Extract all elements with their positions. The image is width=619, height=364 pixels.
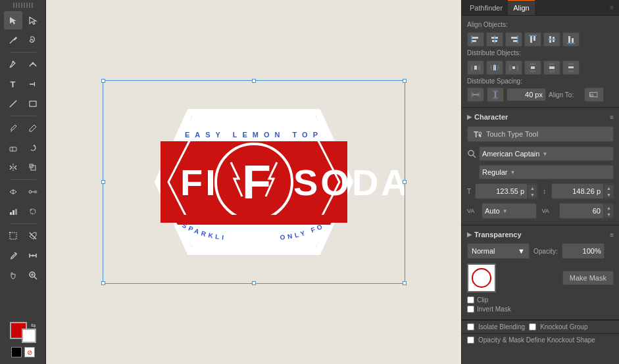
pencil-tool[interactable]: [24, 119, 42, 137]
dist-left-btn[interactable]: [467, 60, 484, 75]
paintbrush-tool[interactable]: [4, 119, 22, 137]
dist-spacing-v-btn[interactable]: [487, 87, 504, 102]
select-tool[interactable]: [4, 11, 22, 30]
direct-select-tool[interactable]: [24, 11, 42, 30]
zoom-tool[interactable]: [24, 266, 42, 284]
invert-mask-checkbox[interactable]: [467, 306, 474, 313]
selection-handle-br[interactable]: [403, 281, 407, 285]
mask-circle: [472, 268, 491, 288]
dist-right-btn[interactable]: [505, 60, 522, 75]
kerning-dropdown[interactable]: Auto ▼: [482, 204, 536, 218]
badge-svg: FIZZ SODA F EASY LEMON TOP SPARKLING ORA…: [103, 83, 405, 281]
svg-rect-68: [478, 65, 480, 70]
dist-bottom-btn[interactable]: [562, 60, 580, 75]
none-fill-icon[interactable]: [11, 347, 22, 357]
mask-options: Clip Invert Mask: [462, 295, 619, 315]
svg-rect-4: [30, 101, 36, 106]
selection-handle-bc[interactable]: [252, 281, 256, 285]
rotate-tool[interactable]: [24, 139, 42, 157]
align-to-dropdown[interactable]: ⊟: [584, 87, 604, 102]
leading-input[interactable]: [552, 184, 603, 198]
leading-down[interactable]: ▼: [604, 191, 613, 198]
svg-rect-66: [471, 65, 473, 70]
tracking-down[interactable]: ▼: [604, 211, 613, 217]
touch-type-tool-btn[interactable]: T Touch Type Tool: [467, 126, 614, 142]
tab-pathfinder[interactable]: Pathfinder: [464, 0, 508, 15]
tracking-up[interactable]: ▲: [604, 204, 613, 211]
spacing-value-input[interactable]: 40 px: [507, 88, 546, 101]
tab-align[interactable]: Align: [508, 0, 534, 15]
align-center-v-btn[interactable]: [543, 32, 560, 47]
align-top-btn[interactable]: [524, 32, 541, 47]
reflect-tool[interactable]: [4, 158, 22, 177]
eraser-tool[interactable]: [4, 139, 22, 157]
svg-rect-73: [509, 65, 511, 70]
leading-up[interactable]: ▲: [604, 185, 613, 191]
character-section-header[interactable]: ▶ Character ≡: [462, 112, 619, 124]
curvature-tool[interactable]: [24, 55, 42, 74]
clip-label: Clip: [477, 296, 488, 304]
svg-point-11: [29, 191, 32, 193]
hand-tool[interactable]: [4, 266, 22, 284]
tracking-input[interactable]: [560, 204, 604, 218]
make-mask-button[interactable]: Make Mask: [562, 271, 614, 285]
opacity-mask-checkbox[interactable]: [467, 336, 474, 344]
font-name-dropdown[interactable]: American Captain ▼: [479, 147, 614, 161]
column-graph-tool[interactable]: [4, 202, 22, 221]
lasso-tool[interactable]: [24, 31, 42, 49]
divider: [10, 223, 36, 224]
swap-colors-icon[interactable]: ⇆: [31, 322, 36, 329]
divider: [10, 52, 36, 53]
svg-line-3: [10, 101, 16, 107]
eyedropper-tool[interactable]: [4, 246, 22, 265]
dist-center-h-btn[interactable]: [486, 60, 503, 75]
blend-mode-dropdown[interactable]: Normal ▼: [467, 243, 530, 259]
dist-top-btn[interactable]: [524, 60, 541, 75]
dist-center-v-btn[interactable]: [543, 60, 560, 75]
selection-handle-tr[interactable]: [403, 79, 407, 83]
font-style-dropdown[interactable]: Regular ▼: [479, 165, 614, 179]
width-tool[interactable]: [4, 183, 22, 201]
measure-tool[interactable]: [24, 246, 42, 265]
dist-spacing-h-btn[interactable]: [467, 87, 484, 102]
align-left-btn[interactable]: [467, 32, 484, 47]
artboard-tool[interactable]: [4, 227, 22, 245]
svg-point-2: [32, 62, 34, 64]
distribute-spacing-label: Distribute Spacing:: [467, 78, 522, 85]
type-tool[interactable]: T: [4, 75, 22, 93]
symbol-sprayer-tool[interactable]: [24, 202, 42, 221]
svg-point-99: [479, 132, 482, 135]
leading-icon: ↕: [543, 188, 546, 195]
align-bottom-btn[interactable]: [562, 32, 580, 47]
font-size-up[interactable]: ▲: [528, 185, 537, 191]
default-colors-icon[interactable]: ⊘: [24, 347, 35, 357]
opacity-input[interactable]: 100%: [562, 243, 605, 259]
selection-handle-tc[interactable]: [252, 79, 256, 83]
canvas-area: FIZZ SODA F EASY LEMON TOP SPARKLING ORA…: [46, 0, 461, 364]
transparency-section-menu[interactable]: ≡: [610, 231, 614, 239]
clip-checkbox[interactable]: [467, 296, 474, 304]
font-size-row: T ▲ ▼ ↕ ▲ ▼: [462, 181, 619, 201]
knockout-group-checkbox[interactable]: [529, 323, 536, 330]
blend-tool[interactable]: [24, 183, 42, 201]
pen-tool[interactable]: [4, 55, 22, 74]
align-center-h-btn[interactable]: [486, 32, 503, 47]
rect-tool[interactable]: [24, 95, 42, 113]
magic-wand-tool[interactable]: [4, 31, 22, 49]
selection-handle-bl[interactable]: [101, 281, 105, 285]
slice-tool[interactable]: [24, 227, 42, 245]
transparency-section-header[interactable]: ▶ Transparency ≡: [462, 229, 619, 241]
align-objects-row: Align Objects:: [462, 20, 619, 31]
vertical-type-tool[interactable]: T: [24, 75, 42, 93]
font-size-down[interactable]: ▼: [528, 191, 537, 198]
distribute-objects-buttons: [462, 59, 619, 76]
character-section-menu[interactable]: ≡: [610, 114, 614, 121]
line-segment-tool[interactable]: [4, 95, 22, 113]
align-right-btn[interactable]: [505, 32, 522, 47]
selection-handle-tl[interactable]: [101, 79, 105, 83]
background-color[interactable]: [22, 329, 36, 343]
color-selector[interactable]: ⇆: [10, 322, 36, 343]
font-size-input[interactable]: [476, 184, 527, 198]
isolate-blending-checkbox[interactable]: [467, 323, 474, 330]
scale-tool[interactable]: [24, 158, 42, 177]
